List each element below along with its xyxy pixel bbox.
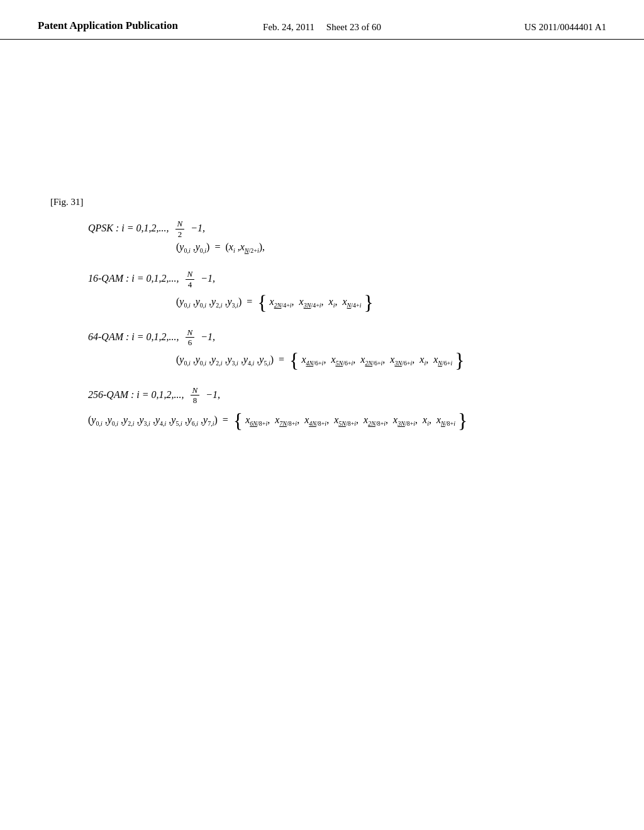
page: Patent Application Publication Feb. 24, … xyxy=(0,0,644,830)
qpsk-equation: (y0,i ,y0,i) = (xi ,xN/2+i), xyxy=(176,241,594,254)
qpsk-block: QPSK : i = 0,1,2,..., N 2 −1, (y0,i ,y0,… xyxy=(50,219,594,254)
qam64-definition: 64-QAM : i = 0,1,2,..., N 6 −1, xyxy=(88,328,594,348)
qam16-block: 16-QAM : i = 0,1,2,..., N 4 −1, (y0,i ,y… xyxy=(50,269,594,312)
publication-title: Patent Application Publication xyxy=(38,19,244,33)
qam256-fraction: N 8 xyxy=(191,385,200,406)
page-header: Patent Application Publication Feb. 24, … xyxy=(0,0,644,40)
qam64-block: 64-QAM : i = 0,1,2,..., N 6 −1, (y0,i ,y… xyxy=(50,328,594,370)
qam256-equation: (y0,i ,y0,i ,y2,i ,y3,i ,y4,i ,y5,i ,y6,… xyxy=(88,411,594,431)
publication-date: Feb. 24, 2011 Sheet 23 of 60 xyxy=(263,22,381,33)
qam16-fraction: N 4 xyxy=(186,269,195,289)
qpsk-label: QPSK : i = 0,1,2,..., xyxy=(88,223,172,233)
qam64-equation: (y0,i ,y0,i ,y2,i ,y3,i ,y4,i ,y5,i) = {… xyxy=(176,350,594,370)
qam64-fraction: N 6 xyxy=(186,328,195,348)
qam256-block: 256-QAM : i = 0,1,2,..., N 8 −1, (y0,i ,… xyxy=(50,385,594,431)
qpsk-fraction: N 2 xyxy=(175,219,185,239)
sheet-number: Sheet 23 of 60 xyxy=(326,22,381,32)
qpsk-definition: QPSK : i = 0,1,2,..., N 2 −1, xyxy=(88,219,594,239)
qam256-definition: 256-QAM : i = 0,1,2,..., N 8 −1, xyxy=(88,385,594,406)
qam16-definition: 16-QAM : i = 0,1,2,..., N 4 −1, xyxy=(88,269,594,289)
publication-number: US 2011/0044401 A1 xyxy=(400,22,606,33)
figure-label: [Fig. 31] xyxy=(50,197,594,208)
content-area: [Fig. 31] QPSK : i = 0,1,2,..., N 2 −1, … xyxy=(0,52,644,471)
qam16-equation: (y0,i ,y0,i ,y2,i ,y3,i) = { x2N/4+i, x3… xyxy=(176,292,594,313)
